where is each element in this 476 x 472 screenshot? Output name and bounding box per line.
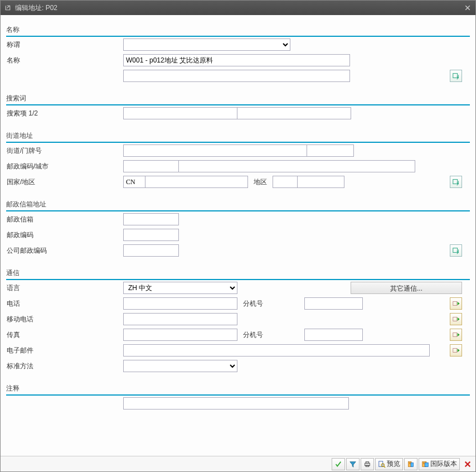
label-ext: 分机号 — [237, 299, 304, 309]
label-email: 电子邮件 — [6, 346, 123, 355]
name-input[interactable] — [123, 54, 350, 66]
label-search-term: 搜索项 1/2 — [6, 109, 123, 118]
fax-ext-input[interactable] — [304, 329, 363, 341]
print-button[interactable] — [361, 458, 374, 470]
label-fax: 传真 — [6, 330, 123, 340]
label-name: 名称 — [6, 56, 123, 65]
window-title: 编辑地址: P02 — [15, 3, 57, 13]
salutation-select[interactable] — [123, 38, 290, 51]
country-input[interactable] — [123, 176, 145, 188]
section-comm: 通信 语言 ZH 中文 其它通信... 电话 分机号 移动电话 — [6, 268, 470, 374]
label-phone: 电话 — [6, 299, 123, 309]
label-country: 国家/地区 — [6, 177, 123, 187]
arrow-out-button[interactable] — [450, 313, 462, 325]
svg-rect-7 — [453, 333, 457, 337]
svg-rect-6 — [453, 317, 457, 321]
houseno-input[interactable] — [307, 145, 354, 157]
section-street: 街道地址 街道/门牌号 邮政编码/城市 国家/地区 地区 — [6, 131, 470, 190]
svg-rect-17 — [411, 463, 413, 466]
footer-close-icon[interactable] — [462, 459, 473, 470]
svg-rect-4 — [453, 248, 458, 253]
section-name: 名称 称谓 名称 — [6, 25, 470, 84]
label-pobox: 邮政信箱 — [6, 215, 123, 224]
arrow-out-button[interactable] — [450, 297, 462, 310]
preview-label: 预览 — [387, 459, 400, 469]
arrow-out-button[interactable] — [450, 344, 462, 357]
section-pobox: 邮政信箱地址 邮政信箱 邮政编码 公司邮政编码 — [6, 200, 470, 258]
check-button[interactable] — [332, 458, 345, 470]
section-header-note: 注释 — [6, 384, 470, 396]
filter-button[interactable] — [346, 458, 360, 470]
expand-button[interactable] — [450, 70, 462, 82]
footer-toolbar: 预览 国际版本 — [1, 456, 475, 471]
pobox-input[interactable] — [123, 213, 179, 225]
svg-rect-8 — [453, 349, 457, 353]
pocode-input[interactable] — [123, 229, 179, 241]
region-name-input[interactable] — [297, 176, 344, 188]
label-mobile: 移动电话 — [6, 315, 123, 324]
label-company-postal: 公司邮政编码 — [6, 246, 123, 256]
other-comm-button[interactable]: 其它通信... — [351, 282, 462, 294]
company-postal-input[interactable] — [123, 244, 179, 257]
titlebar: 编辑地址: P02 — [1, 1, 475, 15]
svg-rect-5 — [453, 302, 457, 306]
section-header-name: 名称 — [6, 25, 470, 37]
address-icon-button[interactable] — [404, 458, 417, 470]
svg-rect-3 — [453, 180, 458, 184]
name2-input[interactable] — [123, 70, 350, 82]
section-search: 搜索词 搜索项 1/2 — [6, 94, 470, 121]
label-fax-ext: 分机号 — [237, 330, 304, 340]
email-input[interactable] — [123, 344, 430, 357]
section-header-comm: 通信 — [6, 268, 470, 280]
section-header-search: 搜索词 — [6, 94, 470, 105]
svg-rect-2 — [453, 74, 458, 78]
search1-input[interactable] — [123, 107, 237, 119]
country-name-input[interactable] — [145, 176, 248, 188]
mobile-input[interactable] — [123, 313, 237, 325]
fax-input[interactable] — [123, 329, 237, 341]
svg-marker-9 — [350, 461, 356, 467]
std-select[interactable] — [123, 360, 237, 372]
expand-button[interactable] — [450, 244, 462, 257]
search2-input[interactable] — [237, 107, 351, 119]
label-street: 街道/门牌号 — [6, 146, 123, 156]
label-salutation: 称谓 — [6, 40, 123, 50]
street-input[interactable] — [123, 145, 307, 157]
city-input[interactable] — [178, 160, 415, 172]
intl-button[interactable]: 国际版本 — [419, 458, 460, 470]
note-input[interactable] — [123, 397, 349, 410]
close-icon[interactable] — [463, 3, 472, 12]
svg-line-15 — [384, 466, 386, 468]
intl-label: 国际版本 — [430, 459, 457, 469]
content-area: 名称 称谓 名称 搜索词 搜索项 — [1, 15, 475, 471]
section-header-pobox: 邮政信箱地址 — [6, 200, 470, 211]
phone-input[interactable] — [123, 297, 237, 310]
label-language: 语言 — [6, 283, 123, 293]
label-pocode: 邮政编码 — [6, 230, 123, 240]
label-std: 标准方法 — [6, 362, 123, 371]
arrow-out-button[interactable] — [450, 329, 462, 341]
section-note: 注释 — [6, 384, 470, 411]
ext-input[interactable] — [304, 297, 363, 310]
region-input[interactable] — [273, 176, 298, 188]
svg-rect-21 — [425, 463, 428, 466]
preview-button[interactable]: 预览 — [375, 458, 403, 470]
label-region: 地区 — [248, 177, 273, 187]
label-postal: 邮政编码/城市 — [6, 162, 123, 171]
window-icon — [4, 4, 12, 12]
section-header-street: 街道地址 — [6, 131, 470, 143]
expand-button[interactable] — [450, 176, 462, 188]
postal-input[interactable] — [123, 160, 179, 172]
language-select[interactable]: ZH 中文 — [123, 282, 237, 294]
svg-rect-11 — [366, 461, 368, 463]
